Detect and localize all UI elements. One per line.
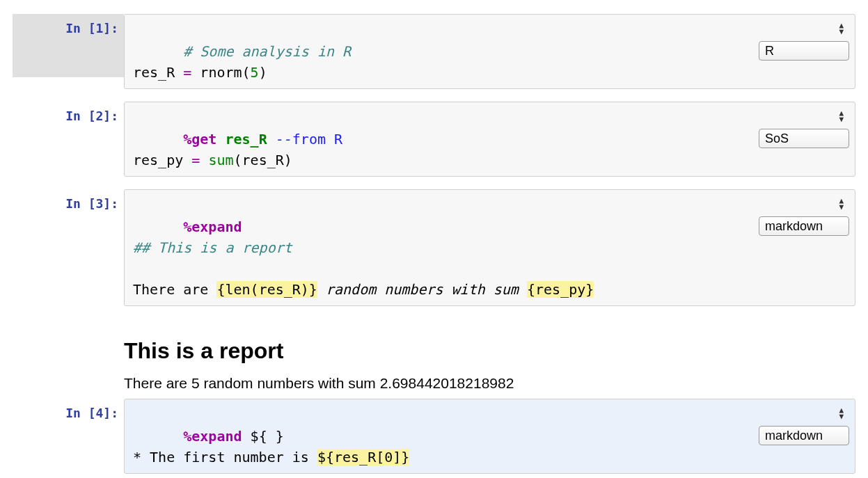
prompt-label: In [1]: bbox=[13, 14, 124, 77]
code-cell-1[interactable]: In [1]: R ▲▼ # Some analysis in R res_R … bbox=[13, 14, 855, 89]
prompt-label: In [2]: bbox=[13, 102, 124, 123]
code-token: --from R bbox=[276, 131, 342, 148]
code-input[interactable]: SoS ▲▼ %get res_R --from R res_py = sum(… bbox=[124, 102, 855, 177]
code-token: ## This is a report bbox=[133, 239, 292, 256]
kernel-select[interactable]: R bbox=[759, 41, 849, 61]
output-row-3: This is a report There are 5 random numb… bbox=[13, 319, 855, 399]
code-token: res_py bbox=[133, 152, 183, 168]
code-token: 5 bbox=[251, 64, 259, 81]
code-placeholder: {len(res_R)} bbox=[216, 281, 317, 298]
code-comment: # Some analysis in R bbox=[183, 43, 351, 60]
code-input[interactable]: markdown ▲▼ %expand ${ } * The first num… bbox=[124, 399, 855, 474]
code-token: * The first number is bbox=[133, 449, 317, 465]
code-token: res_R bbox=[216, 131, 275, 148]
kernel-select[interactable]: markdown bbox=[759, 216, 849, 236]
code-token: random numbers with sum bbox=[317, 281, 527, 298]
code-placeholder: ${res_R[0]} bbox=[317, 449, 409, 465]
code-token: res_R bbox=[133, 64, 175, 81]
code-token: ) bbox=[259, 64, 267, 81]
code-token: sum bbox=[208, 152, 233, 168]
chevron-updown-icon: ▲▼ bbox=[839, 407, 844, 420]
code-token: ${ } bbox=[242, 428, 284, 445]
code-cell-3[interactable]: In [3]: markdown ▲▼ %expand ## This is a… bbox=[13, 189, 855, 306]
code-token: res_R bbox=[242, 152, 284, 168]
code-input[interactable]: markdown ▲▼ %expand ## This is a report … bbox=[124, 189, 855, 306]
code-placeholder: {res_py} bbox=[527, 281, 594, 298]
code-token: There are bbox=[133, 281, 216, 298]
prompt-label: In [4]: bbox=[13, 399, 124, 420]
chevron-updown-icon: ▲▼ bbox=[839, 22, 844, 35]
code-input[interactable]: R ▲▼ # Some analysis in R res_R = rnorm(… bbox=[124, 14, 855, 89]
output-heading: This is a report bbox=[124, 338, 514, 364]
code-token: rnorm bbox=[200, 64, 242, 81]
code-cell-2[interactable]: In [2]: SoS ▲▼ %get res_R --from R res_p… bbox=[13, 102, 855, 177]
chevron-updown-icon: ▲▼ bbox=[839, 110, 844, 122]
kernel-select[interactable]: markdown bbox=[759, 426, 849, 445]
code-magic: %expand bbox=[183, 218, 242, 235]
kernel-selector[interactable]: R ▲▼ bbox=[692, 19, 849, 102]
code-cell-4[interactable]: In [4]: markdown ▲▼ %expand ${ } * The f… bbox=[13, 399, 855, 474]
code-token: ) bbox=[284, 152, 292, 168]
chevron-updown-icon: ▲▼ bbox=[839, 198, 844, 210]
code-token: = bbox=[175, 64, 200, 81]
code-magic: %get bbox=[183, 131, 216, 148]
prompt-label: In [3]: bbox=[13, 189, 124, 211]
code-token: ( bbox=[242, 64, 251, 81]
kernel-selector[interactable]: markdown ▲▼ bbox=[692, 404, 849, 478]
output-paragraph: There are 5 random numbers with sum 2.69… bbox=[124, 375, 514, 392]
code-token: ( bbox=[234, 152, 242, 168]
code-magic: %expand bbox=[183, 428, 242, 445]
kernel-selector[interactable]: markdown ▲▼ bbox=[692, 194, 849, 278]
kernel-select[interactable]: SoS bbox=[759, 129, 849, 148]
rendered-markdown-output: This is a report There are 5 random numb… bbox=[124, 319, 514, 399]
kernel-selector[interactable]: SoS ▲▼ bbox=[692, 106, 849, 190]
code-token: = bbox=[183, 152, 208, 168]
